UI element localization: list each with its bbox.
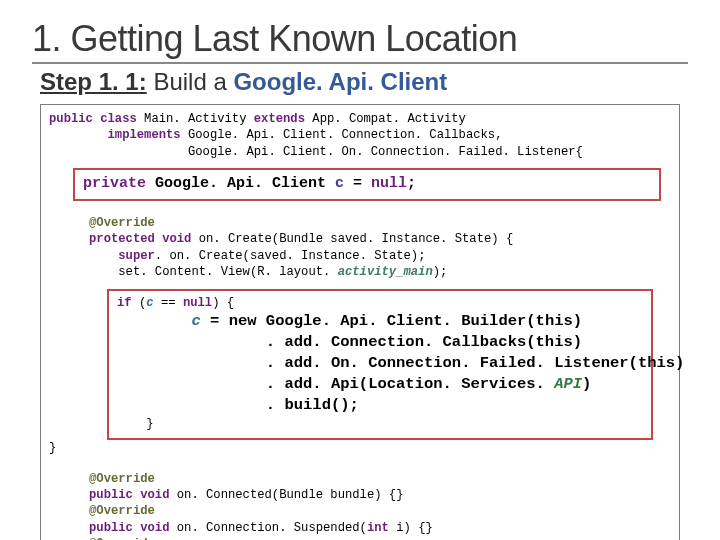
kw-private: private — [83, 175, 146, 192]
oncreate-close: } — [49, 440, 671, 456]
builder-box: if (c == null) { c = new Google. Api. Cl… — [107, 289, 653, 441]
slide-subtitle: Step 1. 1: Build a Google. Api. Client — [40, 68, 688, 96]
step-label: Step 1. 1: — [40, 68, 147, 95]
code-block: public class Main. Activity extends App.… — [40, 104, 680, 540]
class-signature: public class Main. Activity extends App.… — [49, 111, 671, 160]
slide-title: 1. Getting Last Known Location — [32, 18, 688, 64]
subtitle-build: Build a — [153, 68, 226, 95]
subtitle-apiclient: Google. Api. Client — [233, 68, 447, 95]
slide: 1. Getting Last Known Location Step 1. 1… — [0, 0, 720, 540]
oncreate-block: @Override protected void on. Create(Bund… — [89, 215, 671, 281]
field-declaration-box: private Google. Api. Client c = null; — [73, 168, 661, 200]
override-stubs: @Override public void on. Connected(Bund… — [89, 471, 671, 540]
